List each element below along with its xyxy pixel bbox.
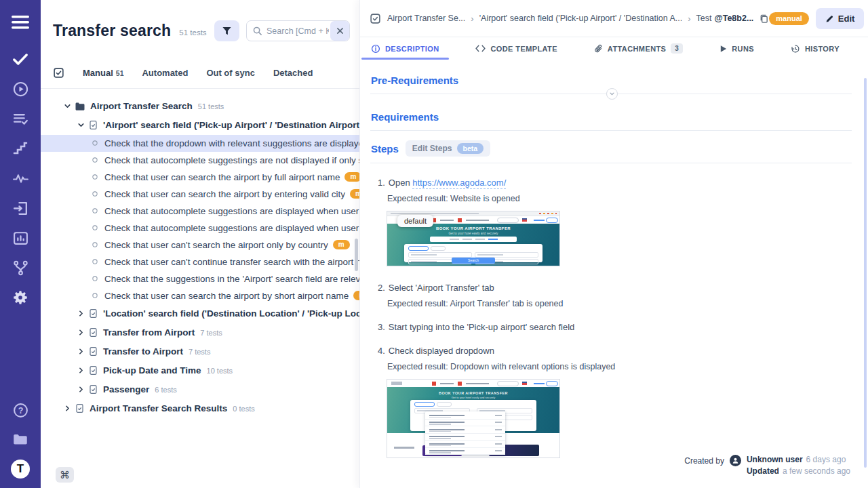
breadcrumb-project[interactable]: Airport Transfer Se... (387, 14, 465, 23)
tree-suite-row[interactable]: Passenger6 tests (41, 380, 359, 399)
attachment-name-tooltip: default (397, 215, 433, 227)
settings-gear-icon[interactable] (12, 289, 29, 306)
tree-row-count: 7 tests (200, 329, 222, 337)
tab-code-template[interactable]: CODE TEMPLATE (475, 45, 557, 53)
suite-icon (88, 308, 98, 319)
help-icon[interactable]: ? (12, 401, 29, 419)
tree-suite-row[interactable]: 'Airport' search field ('Pick-up Airport… (41, 116, 359, 135)
tree-row-label: Check that autocomplete suggestions are … (104, 206, 359, 216)
filter-tab-automated[interactable]: Automated (142, 68, 188, 78)
step-screenshot-thumbnail[interactable]: BOOK YOUR AIRPORT TRANSFER Get to your h… (387, 211, 560, 266)
section-divider (370, 94, 852, 94)
beta-badge: beta (457, 143, 484, 154)
tree-test-row[interactable]: Check that autocomplete suggestions are … (41, 203, 359, 220)
tab-history[interactable]: HISTORY (791, 44, 840, 54)
tree-test-row[interactable]: Check that user can't search the airport… (41, 237, 359, 253)
chevron-right-icon[interactable] (77, 328, 88, 337)
breadcrumb-suite[interactable]: 'Airport' search field ('Pick-up Airport… (479, 14, 683, 23)
filter-button[interactable] (214, 20, 239, 41)
chevron-right-icon[interactable] (77, 385, 88, 394)
tree-row-label: Check that autocomplete suggestings are … (104, 155, 359, 165)
test-icon (90, 291, 100, 300)
user-avatar-icon (730, 455, 741, 466)
filter-tab-out-of-sync[interactable]: Out of sync (206, 68, 255, 78)
chevron-right-icon[interactable] (77, 309, 88, 318)
tree-suite-row[interactable]: Transfer to Airport7 tests (41, 342, 359, 361)
menu-icon[interactable] (12, 14, 29, 31)
svg-text:?: ? (18, 405, 23, 415)
tab-description[interactable]: DESCRIPTION (371, 44, 439, 54)
tree-test-row[interactable]: Check that user can't continue transfer … (41, 253, 359, 270)
tree-row-label: 'Airport' search field ('Pick-up Airport… (103, 120, 359, 130)
step-3: 3.Start typing into the 'Pick-up airport… (378, 322, 852, 332)
chevron-right-icon[interactable] (63, 404, 75, 413)
edit-button[interactable]: Edit (816, 8, 865, 29)
tree-row-count: 6 tests (155, 386, 176, 394)
filter-tab-detached[interactable]: Detached (273, 68, 313, 78)
projects-folder-icon[interactable] (12, 430, 29, 448)
created-by-label: Created by (684, 456, 724, 466)
list-scrollbar-thumb[interactable] (355, 239, 358, 271)
tree-test-row[interactable]: Check that user can search the airport b… (41, 186, 359, 203)
tree-row-count: 10 tests (207, 367, 233, 375)
created-ago: 6 days ago (806, 455, 846, 464)
clear-search-button[interactable] (330, 21, 349, 41)
test-plans-icon[interactable] (12, 110, 29, 127)
chevron-down-icon[interactable] (77, 121, 88, 129)
tree-suite-row[interactable]: 'Location' search field ('Destination Lo… (41, 304, 359, 323)
description-content: Pre-Requirements Requirements Steps Edit… (360, 59, 868, 485)
tree-test-row[interactable]: Check that user can search the airport b… (41, 287, 359, 304)
detail-scrollbar-thumb[interactable] (864, 78, 867, 468)
tree-row-label: Check that autocomplete suggestions are … (104, 223, 359, 233)
tab-runs[interactable]: RUNS (719, 45, 754, 53)
breadcrumb-separator: › (688, 14, 690, 24)
filter-tab-manual[interactable]: Manual51 (83, 68, 123, 78)
copy-link-button[interactable] (759, 14, 769, 24)
manual-mini-badge: m (353, 291, 359, 300)
user-avatar[interactable]: T (11, 460, 30, 479)
edit-steps-button[interactable]: Edit Steps beta (406, 140, 490, 157)
integrations-branch-icon[interactable] (12, 259, 29, 277)
tree-suite-row[interactable]: Transfer from Airport7 tests (41, 323, 359, 342)
app-sidebar: ? T (0, 0, 41, 488)
tree-test-row[interactable]: Check that user can search the airport b… (41, 169, 359, 186)
sign-in-flow-icon[interactable] (12, 199, 29, 217)
select-tests-icon[interactable] (53, 67, 64, 79)
test-id[interactable]: @Te8b2... (715, 14, 754, 23)
tree-row-label: 'Location' search field ('Destination Lo… (103, 308, 359, 319)
test-list-panel: Transfer search 51 tests Manual51 (41, 0, 359, 488)
folder-icon (75, 101, 85, 112)
play-icon (719, 45, 727, 53)
chevron-right-icon[interactable] (77, 347, 88, 356)
test-icon (90, 206, 100, 216)
step-4: 4.Check displayed dropdown (378, 346, 852, 356)
reports-icon[interactable] (12, 229, 29, 247)
tree-suite-row[interactable]: Airport Transfer Search51 tests (41, 97, 359, 116)
test-detail-panel: Airport Transfer Se... › 'Airport' searc… (359, 0, 868, 488)
keyboard-shortcut-hint[interactable]: ⌘ (56, 467, 74, 483)
tree-test-row[interactable]: Check that autocomplete suggestings are … (41, 152, 359, 169)
tree-test-row[interactable]: Check that the dropdown with relevant su… (41, 135, 359, 152)
attachments-count-badge: 3 (671, 43, 683, 54)
test-icon (90, 274, 100, 283)
tab-attachments[interactable]: ATTACHMENTS 3 (594, 43, 683, 54)
step-screenshot-thumbnail[interactable]: BOOK YOUR AIRPORT TRANSFER Get to your h… (387, 379, 560, 458)
tree-test-row[interactable]: Check that the suggestions in the 'Airpo… (41, 270, 359, 287)
milestones-icon[interactable] (12, 140, 29, 157)
activity-icon[interactable] (12, 169, 29, 187)
step-link[interactable]: https://www.agoda.com/ (412, 178, 506, 189)
tree-test-row[interactable]: Check that autocomplete suggestions are … (41, 220, 359, 237)
chevron-right-icon[interactable] (77, 366, 88, 375)
tree-suite-row[interactable]: Pick-up Date and Time10 tests (41, 361, 359, 380)
test-runs-icon[interactable] (12, 80, 29, 98)
step-4-expected: Expected result: Dropdown with relevant … (387, 362, 852, 371)
collapse-section-toggle[interactable] (606, 88, 618, 100)
filter-tabs: Manual51 Automated Out of sync Detached (41, 58, 359, 89)
tree-row-label: Check that user can't continue transfer … (104, 257, 359, 267)
suite-icon (88, 327, 98, 338)
tests-icon[interactable] (12, 50, 29, 68)
tree-suite-row[interactable]: Airport Transfer Search Results0 tests (41, 399, 359, 418)
breadcrumb-test[interactable]: Test (696, 14, 712, 23)
chevron-down-icon[interactable] (63, 102, 75, 110)
tree-row-label: Check that the dropdown with relevant su… (104, 138, 359, 148)
